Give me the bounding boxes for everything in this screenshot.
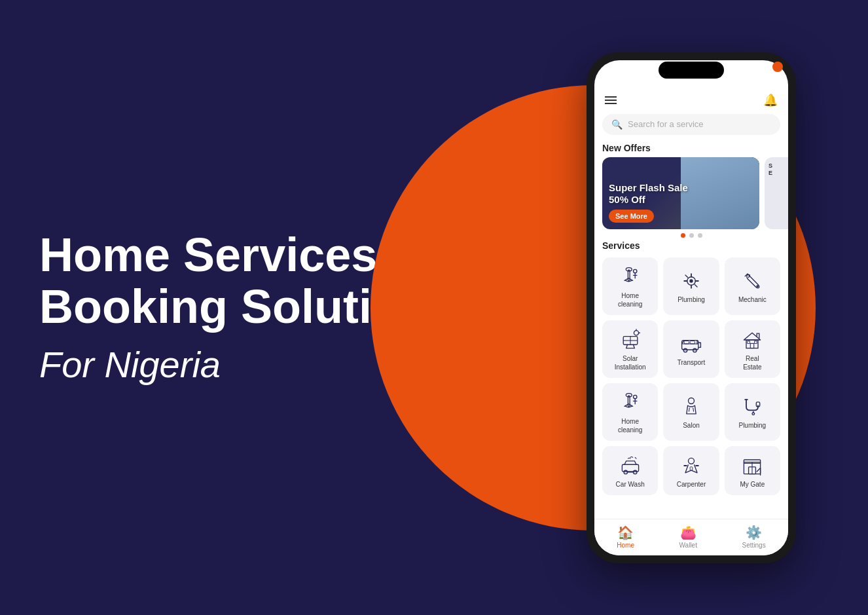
svg-point-1 (626, 267, 632, 270)
svg-point-11 (683, 348, 687, 352)
plumbing-icon-1 (679, 269, 703, 293)
notification-icon[interactable]: 🔔 (763, 93, 778, 107)
phone-notch (659, 62, 724, 79)
mechanic-icon (740, 269, 764, 293)
nav-settings-label: Settings (742, 542, 766, 549)
banner-secondary-text: SE (769, 162, 772, 177)
real-estate-icon (740, 328, 764, 352)
car-wash-icon (619, 454, 642, 477)
svg-point-20 (626, 393, 632, 396)
service-label-home-cleaning-2: Homecleaning (618, 417, 642, 434)
service-label-plumbing-1: Plumbing (678, 295, 705, 304)
svg-rect-18 (755, 341, 757, 343)
bottom-nav: 🏠 Home 👛 Wallet ⚙️ Settings (594, 519, 788, 555)
dot-1[interactable] (681, 233, 685, 238)
banner-text: Super Flash Sale50% Off See More (609, 182, 688, 223)
service-mechanic[interactable]: Mechanic (725, 257, 780, 315)
svg-rect-17 (748, 341, 750, 343)
phone-mockup: 🔔 🔍 Search for a service New Offers Supe… (587, 52, 796, 563)
service-label-car-wash: Car Wash (616, 480, 645, 489)
service-label-home-cleaning-1: Homecleaning (618, 291, 642, 308)
plumbing-icon-2 (740, 395, 764, 419)
wallet-nav-icon: 👛 (680, 525, 696, 540)
carousel-dots (594, 233, 788, 238)
services-title: Services (602, 240, 780, 251)
svg-point-9 (634, 330, 638, 335)
phone-dot (772, 62, 783, 72)
phone-frame: 🔔 🔍 Search for a service New Offers Supe… (587, 52, 796, 563)
svg-rect-14 (690, 341, 695, 345)
solar-icon (619, 328, 642, 352)
banner-image (681, 157, 759, 229)
search-icon: 🔍 (611, 119, 623, 130)
settings-nav-icon: ⚙️ (746, 525, 762, 540)
service-home-cleaning-2[interactable]: Homecleaning (602, 383, 658, 441)
see-more-button[interactable]: See More (609, 210, 654, 223)
svg-point-28 (688, 458, 694, 464)
new-offers-title: New Offers (602, 143, 780, 153)
service-label-solar: SolarInstallation (615, 354, 646, 371)
nav-wallet-label: Wallet (679, 542, 697, 549)
home-cleaning-icon-2 (619, 391, 642, 415)
banner-container: Super Flash Sale50% Off See More SE (594, 157, 788, 229)
service-home-cleaning-1[interactable]: Homecleaning (602, 257, 658, 315)
service-label-mechanic: Mechanic (738, 295, 767, 304)
nav-home[interactable]: 🏠 Home (617, 525, 634, 549)
svg-point-27 (633, 470, 636, 474)
home-cleaning-icon-1 (619, 265, 642, 289)
service-plumbing-2[interactable]: Plumbing (725, 383, 780, 441)
service-label-my-gate: My Gate (740, 480, 765, 489)
svg-point-26 (624, 470, 627, 474)
salon-icon (679, 395, 703, 419)
services-grid: Homecleaning (594, 255, 788, 500)
nav-settings[interactable]: ⚙️ Settings (742, 525, 766, 549)
service-label-salon: Salon (683, 421, 700, 430)
service-real-estate[interactable]: RealEstate (725, 320, 780, 378)
phone-content: New Offers Super Flash Sale50% Off See M… (594, 140, 788, 519)
search-bar[interactable]: 🔍 Search for a service (602, 114, 780, 135)
svg-rect-29 (690, 466, 693, 470)
dot-3[interactable] (698, 233, 702, 238)
home-nav-icon: 🏠 (617, 525, 634, 540)
dot-2[interactable] (689, 233, 694, 238)
svg-point-22 (688, 398, 694, 404)
my-gate-icon (740, 454, 764, 477)
svg-point-2 (633, 269, 636, 272)
nav-home-label: Home (617, 542, 634, 549)
service-label-carpenter: Carpenter (677, 480, 706, 489)
svg-point-21 (633, 395, 636, 398)
service-transport[interactable]: Transport (663, 320, 719, 378)
menu-icon[interactable] (605, 96, 617, 104)
transport-icon (679, 332, 703, 356)
phone-screen: 🔔 🔍 Search for a service New Offers Supe… (594, 60, 788, 555)
service-solar[interactable]: SolarInstallation (602, 320, 658, 378)
search-placeholder: Search for a service (628, 119, 704, 129)
carpenter-icon (679, 454, 703, 477)
service-car-wash[interactable]: Car Wash (602, 446, 658, 495)
svg-point-12 (693, 348, 696, 352)
service-my-gate[interactable]: My Gate (725, 446, 780, 495)
nav-wallet[interactable]: 👛 Wallet (679, 525, 697, 549)
svg-point-4 (689, 279, 693, 282)
svg-point-5 (757, 285, 759, 288)
banner-main[interactable]: Super Flash Sale50% Off See More (602, 157, 759, 229)
service-carpenter[interactable]: Carpenter (663, 446, 719, 495)
svg-rect-13 (684, 341, 689, 345)
service-label-transport: Transport (678, 358, 705, 367)
svg-rect-16 (751, 343, 754, 348)
service-salon[interactable]: Salon (663, 383, 719, 441)
banner-title: Super Flash Sale50% Off (609, 182, 688, 206)
service-label-real-estate: RealEstate (743, 354, 761, 371)
service-label-plumbing-2: Plumbing (738, 421, 766, 430)
banner-secondary[interactable]: SE (765, 157, 788, 229)
service-plumbing-1[interactable]: Plumbing (663, 257, 719, 315)
